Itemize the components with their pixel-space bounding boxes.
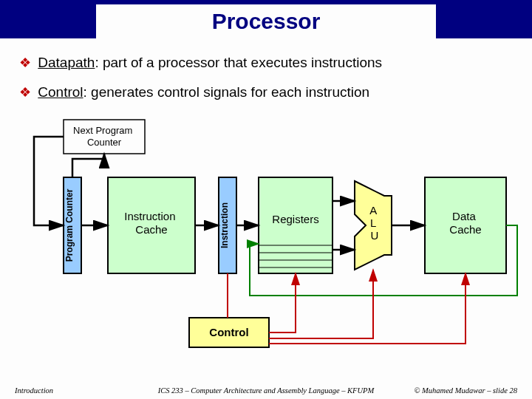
icache-label-l2: Cache bbox=[135, 223, 167, 236]
instruction-reg-box: Instruction bbox=[219, 177, 236, 273]
control-label: Control bbox=[209, 326, 248, 338]
program-counter-label: Program Counter bbox=[64, 188, 75, 262]
control-box: Control bbox=[189, 318, 269, 347]
next-pc-label-l1: Next Program bbox=[73, 125, 132, 136]
alu-l2: L bbox=[370, 216, 376, 229]
svg-text:Data
      Cache: Data Cache bbox=[449, 210, 481, 236]
dcache-l1: Data bbox=[452, 210, 476, 222]
svg-text:A
      L
      U: A L U bbox=[369, 204, 379, 242]
program-counter-box: Program Counter bbox=[64, 177, 81, 273]
registers-label: Registers bbox=[272, 213, 318, 225]
registers-box: Registers bbox=[259, 177, 332, 273]
icache-label-l1: Instruction bbox=[124, 210, 175, 222]
svg-rect-6 bbox=[259, 177, 332, 273]
next-pc-label-l2: Counter bbox=[87, 137, 122, 148]
dcache-l2: Cache bbox=[449, 223, 481, 236]
instruction-cache-box: Instruction Cache bbox=[108, 177, 195, 273]
alu-l3: U bbox=[371, 229, 379, 242]
next-pc-box: Next Program Counter bbox=[64, 120, 145, 154]
alu-l1: A bbox=[369, 204, 377, 216]
footer-right: © Muhamed Mudawar – slide 28 bbox=[414, 386, 517, 395]
alu-block: A L U bbox=[355, 181, 392, 270]
data-cache-box: Data Cache bbox=[425, 177, 506, 273]
diagram-svg: Next Program Counter Program Counter Ins… bbox=[0, 0, 532, 399]
instruction-label: Instruction bbox=[219, 202, 230, 248]
